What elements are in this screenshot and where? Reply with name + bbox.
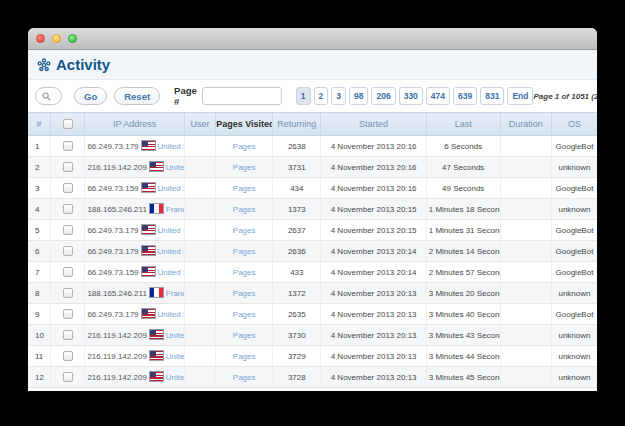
column-header-duration[interactable]: Duration [500, 113, 551, 136]
column-header-os[interactable]: OS [551, 113, 597, 136]
column-header-ip-address[interactable]: IP Address [85, 113, 185, 136]
pages-link[interactable]: Pages [233, 373, 256, 382]
column-header-last[interactable]: Last [426, 113, 500, 136]
country-link[interactable]: United States [158, 268, 185, 277]
row-number: 5 [28, 220, 51, 241]
zoom-button[interactable] [68, 34, 77, 43]
pages-link[interactable]: Pages [233, 289, 256, 298]
column-header-user[interactable]: User [184, 113, 215, 136]
row-checkbox[interactable] [63, 309, 73, 319]
row-select-cell [51, 367, 85, 388]
row-checkbox[interactable] [63, 162, 73, 172]
search-box [35, 87, 62, 105]
pages-link[interactable]: Pages [233, 142, 256, 151]
country-link[interactable]: United States [166, 331, 185, 340]
row-checkbox[interactable] [63, 351, 73, 361]
row-checkbox[interactable] [63, 246, 73, 256]
row-select-cell [51, 262, 85, 283]
ip-address: 216.119.142.209 [87, 331, 146, 340]
page-button-2[interactable]: 2 [314, 87, 329, 105]
country-link[interactable]: United States [158, 184, 185, 193]
column-header-started[interactable]: Started [321, 113, 426, 136]
traffic-lights [36, 34, 77, 43]
country-link[interactable]: United States [166, 373, 185, 382]
country-flag-icon [142, 246, 155, 255]
page-button-98[interactable]: 98 [349, 87, 368, 105]
returning-cell: 3730 [273, 325, 321, 346]
column-header-returning[interactable]: Returning [273, 113, 321, 136]
row-checkbox[interactable] [63, 372, 73, 382]
column-header-index: # [28, 113, 51, 136]
pages-link[interactable]: Pages [233, 310, 256, 319]
page-number-input[interactable] [202, 87, 282, 105]
returning-cell: 2638 [273, 136, 321, 157]
ip-address: 216.119.142.209 [87, 373, 146, 382]
country-flag-icon [150, 372, 163, 381]
table-row: 9 66.249.73.179United States Pages 2635 … [28, 304, 597, 325]
ip-cell: 216.119.142.209United States [85, 157, 185, 178]
page-button-3[interactable]: 3 [331, 87, 346, 105]
pages-cell: Pages [216, 325, 273, 346]
returning-cell: 3729 [273, 346, 321, 367]
pages-link[interactable]: Pages [233, 352, 256, 361]
started-cell: 4 November 2013 20:15 [321, 199, 426, 220]
returning-cell: 1372 [273, 283, 321, 304]
pages-link[interactable]: Pages [233, 226, 256, 235]
page-button-831[interactable]: 831 [480, 87, 504, 105]
row-checkbox[interactable] [63, 288, 73, 298]
pages-link[interactable]: Pages [233, 205, 256, 214]
row-checkbox[interactable] [63, 330, 73, 340]
page-button-1[interactable]: 1 [296, 87, 311, 105]
country-link[interactable]: United States [158, 142, 185, 151]
row-checkbox[interactable] [63, 183, 73, 193]
row-checkbox[interactable] [63, 225, 73, 235]
page-button-330[interactable]: 330 [399, 87, 423, 105]
country-link[interactable]: United States [166, 352, 185, 361]
country-link[interactable]: United States [166, 163, 185, 172]
row-select-cell [51, 283, 85, 304]
page-button-639[interactable]: 639 [453, 87, 477, 105]
table-row: 5 66.249.73.179United States Pages 2637 … [28, 220, 597, 241]
ip-cell: 66.249.73.159United States [85, 262, 185, 283]
country-link[interactable]: France [166, 205, 185, 214]
page-button-end[interactable]: End [507, 87, 533, 105]
page-button-474[interactable]: 474 [426, 87, 450, 105]
pages-link[interactable]: Pages [233, 268, 256, 277]
last-cell: 3 Minutes 45 Seconds [426, 367, 500, 388]
select-all-checkbox[interactable] [63, 119, 73, 129]
started-cell: 4 November 2013 20:13 [321, 304, 426, 325]
pages-link[interactable]: Pages [233, 184, 256, 193]
minimize-button[interactable] [52, 34, 61, 43]
reset-button[interactable]: Reset [114, 87, 160, 105]
started-cell: 4 November 2013 20:16 [321, 178, 426, 199]
country-link[interactable]: United States [158, 226, 185, 235]
ip-cell: 66.249.73.159United States [85, 178, 185, 199]
pages-link[interactable]: Pages [233, 247, 256, 256]
row-select-cell [51, 136, 85, 157]
column-header-pages-visited[interactable]: Pages Visited [216, 113, 273, 136]
pages-link[interactable]: Pages [233, 163, 256, 172]
window-titlebar[interactable] [28, 28, 597, 50]
row-checkbox[interactable] [63, 204, 73, 214]
row-select-cell [51, 325, 85, 346]
go-button[interactable]: Go [74, 87, 107, 105]
user-cell [184, 346, 215, 367]
user-cell [184, 136, 215, 157]
ip-cell: 66.249.73.179United States [85, 136, 185, 157]
row-number: 8 [28, 283, 51, 304]
row-select-cell [51, 304, 85, 325]
row-checkbox[interactable] [63, 141, 73, 151]
duration-cell [500, 241, 551, 262]
close-button[interactable] [36, 34, 45, 43]
country-flag-icon [150, 288, 163, 297]
pages-link[interactable]: Pages [233, 331, 256, 340]
os-cell: GoogleBot [551, 241, 597, 262]
last-cell: 3 Minutes 40 Seconds [426, 304, 500, 325]
page-button-206[interactable]: 206 [371, 87, 395, 105]
country-link[interactable]: France [166, 289, 185, 298]
os-cell: unknown [551, 346, 597, 367]
column-header-select [51, 113, 85, 136]
row-checkbox[interactable] [63, 267, 73, 277]
country-link[interactable]: United States [158, 247, 185, 256]
country-link[interactable]: United States [158, 310, 185, 319]
